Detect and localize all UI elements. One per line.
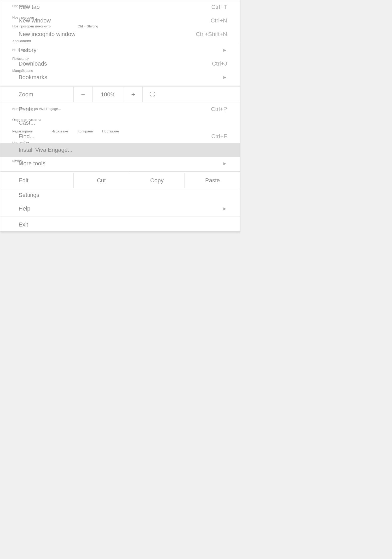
menu-item-settings[interactable]: Settings	[0, 188, 240, 202]
chrome-menu: Нов разделНов прозорецНов прозорец инког…	[0, 0, 240, 232]
zoom-fullscreen-button[interactable]: ⛶	[143, 88, 163, 101]
menu-item-label-history: History	[19, 47, 36, 54]
menu-item-label-more-tools: More tools	[19, 160, 45, 167]
paste-button[interactable]: Paste	[185, 173, 240, 188]
menu-item-exit[interactable]: Exit	[0, 218, 240, 231]
divider-after-more-tools	[0, 171, 240, 172]
menu-item-new-window[interactable]: New window Ctrl+N	[0, 14, 240, 27]
edit-buttons: Cut Copy Paste	[73, 173, 240, 188]
zoom-value: 100%	[93, 88, 124, 102]
edit-label: Edit	[0, 173, 73, 188]
menu-item-install[interactable]: Install Viva Engage...	[0, 143, 240, 157]
menu-item-label-settings: Settings	[19, 192, 39, 199]
menu-item-downloads[interactable]: Downloads Ctrl+J	[0, 57, 240, 71]
menu-item-shortcut-find: Ctrl+F	[211, 133, 227, 140]
arrow-icon-bookmarks: ►	[222, 75, 227, 80]
arrow-icon-more-tools: ►	[222, 161, 227, 166]
menu-item-more-tools[interactable]: More tools ►	[0, 157, 240, 170]
cut-button[interactable]: Cut	[74, 173, 129, 188]
menu-item-label-new-window: New window	[19, 17, 51, 24]
menu-item-shortcut-new-tab: Ctrl+T	[211, 4, 227, 10]
copy-button[interactable]: Copy	[129, 173, 185, 188]
zoom-controls: − 100% + ⛶	[73, 87, 240, 102]
divider-after-new-incognito	[0, 42, 240, 42]
menu-item-new-tab[interactable]: New tab Ctrl+T	[0, 0, 240, 14]
menu-item-label-downloads: Downloads	[19, 60, 47, 67]
menu-item-label-find: Find...	[19, 133, 34, 140]
menu-item-shortcut-downloads: Ctrl+J	[212, 60, 227, 67]
menu-item-label-new-incognito: New incognito window	[19, 31, 76, 38]
menu-item-shortcut-new-window: Ctrl+N	[211, 17, 227, 24]
menu-item-find[interactable]: Find... Ctrl+F	[0, 130, 240, 143]
zoom-row: Zoom − 100% + ⛶	[0, 86, 240, 102]
menu-item-shortcut-print: Ctrl+P	[211, 106, 227, 113]
menu-item-print[interactable]: Print... Ctrl+P	[0, 102, 240, 116]
edit-row: Edit Cut Copy Paste	[0, 173, 240, 188]
menu-item-label-bookmarks: Bookmarks	[19, 74, 47, 81]
divider-after-bookmarks	[0, 85, 240, 85]
zoom-plus-button[interactable]: +	[124, 87, 143, 102]
arrow-icon-history: ►	[222, 48, 227, 53]
menu-item-label-cast: Cast...	[19, 119, 35, 126]
menu-item-cast[interactable]: Cast...	[0, 116, 240, 130]
menu-item-label-exit: Exit	[19, 221, 28, 228]
menu-item-history[interactable]: History ►	[0, 43, 240, 57]
menu-item-label-new-tab: New tab	[19, 4, 40, 10]
menu-item-bookmarks[interactable]: Bookmarks ►	[0, 71, 240, 84]
zoom-minus-button[interactable]: −	[74, 87, 93, 102]
menu-item-shortcut-new-incognito: Ctrl+Shift+N	[196, 31, 227, 38]
menu-item-help[interactable]: Help ►	[0, 202, 240, 216]
divider-before-exit	[0, 217, 240, 217]
menu-item-new-incognito[interactable]: New incognito window Ctrl+Shift+N	[0, 27, 240, 41]
arrow-icon-help: ►	[222, 206, 227, 212]
menu-item-label-print: Print...	[19, 106, 35, 113]
menu-item-label-install: Install Viva Engage...	[19, 147, 72, 153]
menu-item-label-help: Help	[19, 205, 30, 212]
zoom-label: Zoom	[0, 88, 73, 102]
